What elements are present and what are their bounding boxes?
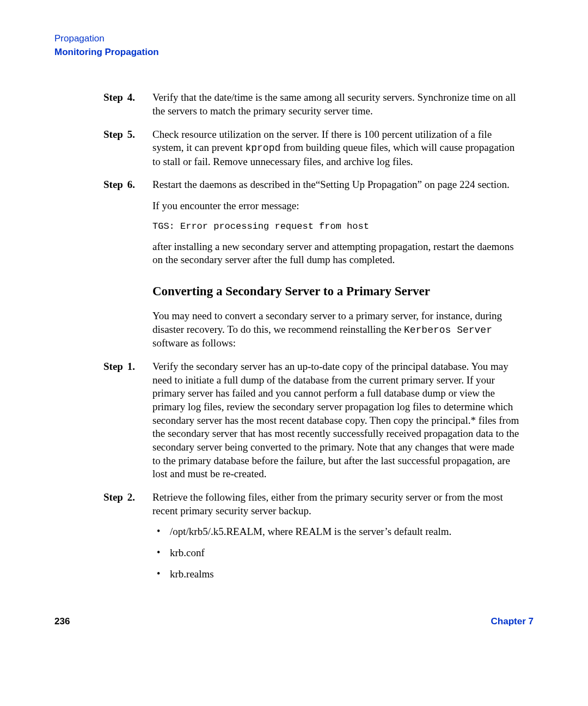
step-block: Step 1.Verify the secondary server has a…: [103, 360, 523, 481]
section-intro: You may need to convert a secondary serv…: [152, 309, 523, 350]
step-block: Step 5.Check resource utilization on the…: [103, 128, 523, 169]
step-label: Step 4.: [103, 91, 152, 118]
list-item: krb.realms: [152, 568, 523, 581]
paragraph: after installing a new secondary server …: [152, 240, 523, 267]
step-body: Verify that the date/time is the same am…: [152, 91, 523, 118]
page-content: Step 4.Verify that the date/time is the …: [103, 91, 523, 588]
paragraph: Verify that the date/time is the same am…: [152, 91, 523, 118]
header-subcategory: Monitoring Propagation: [54, 46, 534, 58]
page-number: 236: [54, 616, 70, 628]
paragraph: If you encounter the error message:: [152, 199, 523, 213]
header-category: Propagation: [54, 33, 534, 45]
step-body: Restart the daemons as described in the“…: [152, 178, 523, 267]
paragraph: Retrieve the following files, either fro…: [152, 491, 523, 518]
step-block: Step 6.Restart the daemons as described …: [103, 178, 523, 267]
list-item: /opt/krb5/.k5.REALM, where REALM is the …: [152, 525, 523, 539]
bullet-list: /opt/krb5/.k5.REALM, where REALM is the …: [152, 525, 523, 581]
code-line: TGS: Error processing request from host: [152, 221, 523, 233]
step-block: Step 4.Verify that the date/time is the …: [103, 91, 523, 118]
paragraph: Check resource utilization on the server…: [152, 128, 523, 169]
step-body: Retrieve the following files, either fro…: [152, 491, 523, 588]
step-label: Step 2.: [103, 491, 152, 588]
step-block: Step 2.Retrieve the following files, eit…: [103, 491, 523, 588]
paragraph: Restart the daemons as described in the“…: [152, 178, 523, 192]
step-body: Verify the secondary server has an up-to…: [152, 360, 523, 481]
chapter-label: Chapter 7: [491, 616, 534, 628]
section-heading: Converting a Secondary Server to a Prima…: [152, 283, 523, 300]
step-label: Step 6.: [103, 178, 152, 267]
page-footer: 236 Chapter 7: [54, 616, 534, 628]
step-body: Check resource utilization on the server…: [152, 128, 523, 169]
step-label: Step 1.: [103, 360, 152, 481]
step-label: Step 5.: [103, 128, 152, 169]
page-header: Propagation Monitoring Propagation: [54, 33, 534, 58]
paragraph: Verify the secondary server has an up-to…: [152, 360, 523, 481]
list-item: krb.conf: [152, 546, 523, 560]
